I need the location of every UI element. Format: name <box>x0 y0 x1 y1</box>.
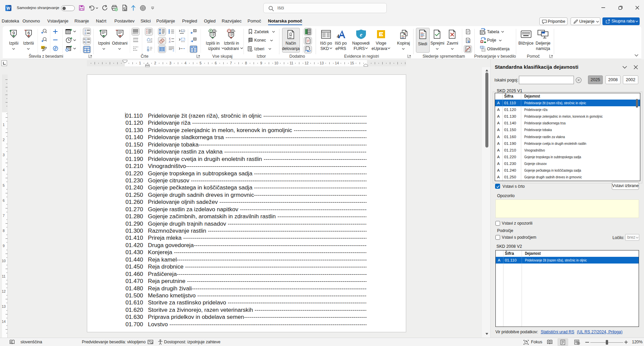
svg-text:2: 2 <box>154 61 156 65</box>
svg-text:13: 13 <box>2 304 6 308</box>
svg-text:10: 10 <box>274 61 278 65</box>
svg-text:1: 1 <box>85 38 87 41</box>
svg-text:9: 9 <box>260 61 262 65</box>
svg-text:4: 4 <box>184 61 186 65</box>
svg-text:9: 9 <box>12 31 15 36</box>
svg-text:14: 14 <box>2 320 6 324</box>
svg-text:10: 10 <box>2 259 6 263</box>
svg-text:11: 11 <box>290 61 293 65</box>
svg-text:3: 3 <box>3 153 5 157</box>
svg-text:1: 1 <box>139 61 141 65</box>
svg-text:6: 6 <box>3 198 5 203</box>
svg-text:7: 7 <box>3 214 5 218</box>
svg-text:2.: 2. <box>169 40 171 43</box>
svg-text:2: 2 <box>85 41 87 44</box>
svg-text:W: W <box>6 6 10 11</box>
svg-text:12: 12 <box>305 61 309 65</box>
svg-text:6: 6 <box>28 31 30 36</box>
svg-text:5: 5 <box>200 61 202 65</box>
svg-text:5: 5 <box>3 183 5 187</box>
svg-text:6: 6 <box>215 61 217 65</box>
svg-text:4: 4 <box>3 168 5 172</box>
svg-text:12: 12 <box>2 289 6 293</box>
svg-text:8: 8 <box>3 229 5 233</box>
svg-text:14: 14 <box>335 61 339 65</box>
svg-text:9: 9 <box>3 244 5 248</box>
svg-text:13: 13 <box>320 61 324 65</box>
svg-text:11: 11 <box>2 274 6 278</box>
svg-text:1: 1 <box>85 29 86 32</box>
svg-text:e: e <box>360 32 363 38</box>
svg-text:1: 1 <box>3 123 5 127</box>
svg-text:2: 2 <box>85 32 86 35</box>
svg-text:7: 7 <box>230 61 232 65</box>
svg-text:2: 2 <box>3 138 5 142</box>
svg-text:15: 15 <box>350 61 354 65</box>
svg-text:3: 3 <box>169 61 171 65</box>
svg-text:8: 8 <box>245 61 247 65</box>
